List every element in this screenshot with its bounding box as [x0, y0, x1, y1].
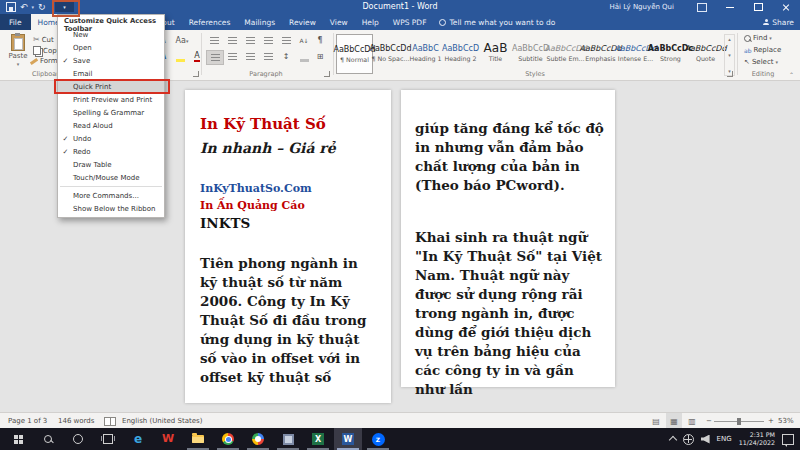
paste-dropdown-icon[interactable]: ▾ [17, 61, 20, 67]
multilevel-list-button[interactable] [242, 34, 258, 47]
replace-button[interactable]: abReplace [744, 46, 781, 54]
collapse-ribbon-icon[interactable]: ⌃ [789, 71, 794, 78]
browser-button[interactable] [244, 428, 272, 450]
menu-item-open[interactable]: Open [58, 41, 164, 54]
print-layout-button[interactable]: ▦ [666, 413, 682, 429]
menu-item-save[interactable]: ✓Save [58, 54, 164, 67]
task-view-button[interactable] [94, 428, 122, 450]
word-button[interactable]: W [334, 428, 362, 450]
menu-item-quick-print[interactable]: Quick Print [58, 80, 164, 93]
bullets-button[interactable] [206, 34, 222, 47]
menu-item-new[interactable]: New [58, 28, 164, 41]
style-title[interactable]: AaBTitle [478, 34, 513, 72]
decrease-indent-icon [264, 37, 273, 45]
decrease-indent-button[interactable] [260, 34, 276, 47]
read-mode-button[interactable]: ▤ [648, 413, 664, 429]
menu-item-print-preview[interactable]: Print Preview and Print [58, 93, 164, 106]
style-subtitle[interactable]: AaBbCcDSubtitle [513, 34, 548, 72]
tab-review[interactable]: Review [282, 14, 323, 30]
paragraph-dialog-launcher-icon[interactable] [324, 71, 330, 77]
cut-button[interactable]: ✂Cut [33, 35, 54, 44]
tab-wps-pdf[interactable]: WPS PDF [386, 14, 434, 30]
start-button[interactable] [4, 428, 32, 450]
maximize-button[interactable] [744, 0, 772, 14]
excel-button[interactable]: X [304, 428, 332, 450]
menu-item-more-commands[interactable]: More Commands... [58, 189, 164, 202]
align-center-button[interactable] [224, 50, 240, 63]
menu-item-spelling-grammar[interactable]: Spelling & Grammar [58, 106, 164, 119]
tab-view[interactable]: View [323, 14, 355, 30]
proofing-icon[interactable] [104, 413, 116, 429]
find-button[interactable]: Find▾ [744, 34, 772, 42]
increase-indent-button[interactable] [278, 34, 294, 47]
justify-button[interactable] [260, 50, 276, 63]
hidden-icons-chevron-icon[interactable] [668, 436, 676, 444]
menu-item-touch-mouse-mode[interactable]: Touch/Mouse Mode [58, 171, 164, 184]
tab-mailings[interactable]: Mailings [237, 14, 282, 30]
style-emphasis[interactable]: AaBbCcDdEmphasis [583, 34, 618, 72]
change-case-button[interactable]: Aa▾ [172, 34, 192, 47]
clock[interactable]: 2:31 PM 11/24/2022 [739, 431, 775, 447]
style-heading2[interactable]: AaBbCcDHeading 2 [443, 34, 478, 72]
style-quote[interactable]: AaBbCcDdQuote [688, 34, 723, 72]
style-intense-emphasis[interactable]: AaBbCcDdIntense E... [618, 34, 653, 72]
action-center-icon[interactable] [782, 434, 794, 445]
line-spacing-button[interactable]: ↕ [278, 50, 294, 63]
language-indicator[interactable]: English (United States) [122, 413, 202, 429]
zoom-out-button[interactable]: − [706, 413, 712, 429]
web-layout-button[interactable]: ▥ [684, 413, 700, 429]
style-subtle-emphasis[interactable]: AaBbCcDdSubtle Em... [548, 34, 583, 72]
ribbon-display-options-button[interactable] [688, 0, 716, 14]
scroll-down-icon[interactable]: ▾ [728, 52, 731, 58]
close-button[interactable] [772, 0, 800, 14]
signed-in-user[interactable]: Hải Lý Nguyễn Qui [610, 3, 674, 11]
document-page-1[interactable]: In Kỹ Thuật Số In nhanh – Giá rẻ InKyThu… [185, 90, 391, 403]
tab-references[interactable]: References [182, 14, 238, 30]
chrome-button[interactable] [214, 428, 242, 450]
zoom-in-button[interactable]: + [768, 413, 774, 429]
shading-button[interactable] [296, 50, 312, 63]
menu-item-draw-table[interactable]: Draw Table [58, 158, 164, 171]
notes-app-button[interactable] [274, 428, 302, 450]
align-right-button[interactable] [242, 50, 258, 63]
paste-button[interactable]: Paste ▾ [5, 34, 31, 74]
font-color-button[interactable]: A [189, 50, 205, 63]
style-heading1[interactable]: AaBbCHeading 1 [408, 34, 443, 72]
minimize-button[interactable] [716, 0, 744, 14]
menu-item-redo[interactable]: ✓Redo [58, 145, 164, 158]
document-page-2[interactable]: giúp tăng đáng kể tốc độ in nhưng vẫn đả… [401, 90, 615, 387]
menu-item-read-aloud[interactable]: Read Aloud [58, 119, 164, 132]
sort-button[interactable]: A↓ [296, 34, 312, 47]
menu-item-undo[interactable]: ✓Undo [58, 132, 164, 145]
scroll-up-icon[interactable]: ▴ [728, 36, 731, 42]
network-icon[interactable] [683, 434, 694, 445]
edge-button[interactable]: e [124, 428, 152, 450]
font-dialog-launcher-icon[interactable] [193, 71, 199, 77]
word-count[interactable]: 146 words [58, 413, 94, 429]
show-hide-paragraph-button[interactable]: ¶ [312, 34, 328, 47]
taskbar-search-button[interactable] [34, 428, 62, 450]
borders-button[interactable]: ⊞ [312, 50, 328, 63]
zoom-slider[interactable] [714, 413, 764, 429]
input-language[interactable]: ENG [717, 435, 732, 443]
zoom-level[interactable]: 53% [778, 413, 794, 429]
tab-help[interactable]: Help [355, 14, 386, 30]
cortana-button[interactable] [64, 428, 92, 450]
menu-item-show-below-ribbon[interactable]: Show Below the Ribbon [58, 202, 164, 215]
style-strong[interactable]: AaBbCcDcStrong [653, 34, 688, 72]
file-explorer-button[interactable] [184, 428, 212, 450]
tell-me-box[interactable]: Tell me what you want to do [433, 14, 561, 30]
page-indicator[interactable]: Page 1 of 3 [8, 413, 47, 429]
tab-file[interactable]: File [0, 14, 31, 30]
highlight-color-button[interactable] [172, 50, 188, 63]
zoom-thumb[interactable] [737, 418, 741, 425]
align-left-button[interactable] [206, 50, 224, 65]
share-button[interactable]: Share [763, 14, 794, 30]
style-normal[interactable]: AaBbCcDd¶ Normal [336, 34, 373, 74]
volume-icon[interactable] [701, 435, 710, 444]
style-no-spacing[interactable]: AaBbCcDd¶ No Spac... [373, 34, 408, 72]
zalo-button[interactable]: Z [364, 428, 392, 450]
select-button[interactable]: ↖Select▾ [744, 58, 778, 66]
wps-button[interactable]: W [154, 428, 182, 450]
numbering-button[interactable] [224, 34, 240, 47]
